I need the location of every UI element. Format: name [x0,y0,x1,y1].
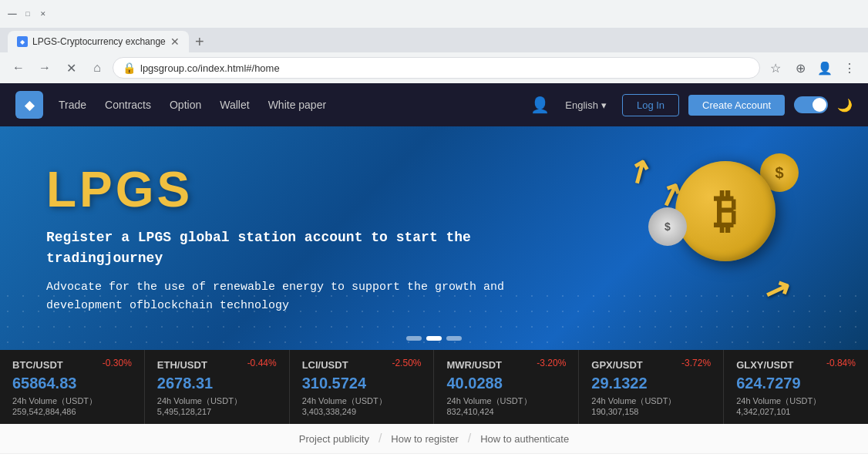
ticker-item-2[interactable]: LCI/USDT -2.50% 310.5724 24h Volume（USDT… [290,350,435,424]
ticker-pair-2: LCI/USDT [302,359,348,371]
market-table: Transaction pairs ⇅ Last Price ⇅ Gain ⇅ … [0,454,868,464]
nav-contracts[interactable]: Contracts [105,99,151,111]
ticker-change-2: -2.50% [392,358,421,368]
home-button[interactable]: ⌂ [86,57,108,79]
slide-dot-1[interactable] [406,336,422,341]
subnav-project[interactable]: Project publicity [299,433,369,445]
language-selector[interactable]: English ▾ [559,96,613,114]
title-bar: ─ □ ✕ [0,0,868,28]
nav-links: Trade Contracts Option Wallet White pape… [59,99,530,111]
ticker-item-0[interactable]: BTC/USDT -0.30% 65864.83 24h Volume（USDT… [0,350,145,424]
nav-option[interactable]: Option [170,99,201,111]
ticker-pair-4: GPX/USDT [591,359,642,371]
nav-right: 👤 English ▾ Log In Create Account 🌙 [530,94,853,116]
toggle-knob [812,98,826,112]
active-tab[interactable]: ◆ LPGS-Cryptocurrency exchange ✕ [8,31,189,52]
ticker-volume-4: 24h Volume（USDT） 190,307,158 [591,395,711,416]
sub-nav: Project publicity / How to register / Ho… [0,424,868,454]
hero-dots-pattern [0,288,868,350]
ticker-change-5: -0.84% [826,358,856,368]
minimize-button[interactable]: ─ [8,9,17,18]
login-button[interactable]: Log In [622,94,679,116]
ticker-volume-3: 24h Volume（USDT） 832,410,424 [446,395,566,416]
forward-button[interactable]: → [34,57,56,79]
url-bar[interactable]: 🔒 lpgsgroup.co/index.html#/home [113,57,760,79]
ticker-volume-1: 24h Volume（USDT） 5,495,128,217 [157,395,277,416]
ticker-item-5[interactable]: GLXY/USDT -0.84% 624.7279 24h Volume（USD… [724,350,868,424]
ticker-change-4: -3.72% [681,358,711,368]
nav-trade[interactable]: Trade [59,99,86,111]
tab-favicon: ◆ [17,36,28,47]
subnav-sep-1: / [378,432,382,446]
close-button[interactable]: ✕ [39,9,48,18]
ticker-bar: BTC/USDT -0.30% 65864.83 24h Volume（USDT… [0,350,868,424]
dark-mode-icon: 🌙 [837,98,853,113]
window-controls: ─ □ ✕ [8,9,48,18]
address-actions: ☆ ⊕ 👤 ⋮ [765,57,860,79]
hero-title: LPGS [46,161,544,218]
refresh-button[interactable]: ✕ [60,57,82,79]
ticker-pair-1: ETH/USDT [157,359,207,371]
subnav-register[interactable]: How to register [391,433,458,445]
app-content: ◆ Trade Contracts Option Wallet White pa… [0,83,868,464]
tab-close-button[interactable]: ✕ [170,35,180,48]
tab-title: LPGS-Cryptocurrency exchange [32,36,166,47]
bookmark-icon[interactable]: ☆ [765,57,786,79]
back-button[interactable]: ← [8,57,29,79]
chevron-down-icon: ▾ [601,99,607,111]
table-header: Transaction pairs ⇅ Last Price ⇅ Gain ⇅ … [0,454,868,464]
small-coin-2: $ [648,207,687,246]
slide-dot-3[interactable] [446,336,462,341]
ticker-price-2: 310.5724 [302,375,422,392]
subnav-authenticate[interactable]: How to authenticate [480,433,569,445]
ticker-change-1: -0.44% [247,358,277,368]
ticker-volume-5: 24h Volume（USDT） 4,342,027,101 [736,395,856,416]
browser-chrome: ─ □ ✕ ◆ LPGS-Cryptocurrency exchange ✕ +… [0,0,868,83]
address-bar: ← → ✕ ⌂ 🔒 lpgsgroup.co/index.html#/home … [0,52,868,83]
ticker-pair-5: GLXY/USDT [736,359,793,371]
language-label: English [565,99,598,111]
ticker-pair-3: MWR/USDT [446,359,502,371]
nav-wallet[interactable]: Wallet [220,99,249,111]
ticker-price-5: 624.7279 [736,375,856,392]
ticker-item-3[interactable]: MWR/USDT -3.20% 40.0288 24h Volume（USDT）… [434,350,579,424]
bitcoin-coin: ₿ [675,161,775,261]
slide-indicators [406,336,462,341]
nav-whitepaper[interactable]: White paper [268,99,326,111]
ticker-item-4[interactable]: GPX/USDT -3.72% 29.1322 24h Volume（USDT）… [579,350,724,424]
ticker-price-4: 29.1322 [591,375,711,392]
new-tab-button[interactable]: + [189,31,210,52]
subnav-sep-2: / [468,432,471,446]
btc-symbol: ₿ [714,185,737,238]
slide-dot-2[interactable] [426,336,442,341]
ticker-change-0: -0.30% [103,358,132,368]
extensions-icon[interactable]: ⊕ [789,57,811,79]
maximize-button[interactable]: □ [23,9,32,18]
user-icon[interactable]: 👤 [530,96,550,114]
logo[interactable]: ◆ [15,91,43,119]
url-text: lpgsgroup.co/index.html#/home [140,62,750,74]
navbar: ◆ Trade Contracts Option Wallet White pa… [0,83,868,126]
logo-icon: ◆ [25,98,34,113]
ticker-price-0: 65864.83 [12,375,132,392]
ticker-price-3: 40.0288 [446,375,566,392]
create-account-button[interactable]: Create Account [688,95,785,116]
ticker-change-3: -3.20% [537,358,566,368]
ticker-volume-2: 24h Volume（USDT） 3,403,338,249 [302,395,422,416]
tab-bar: ◆ LPGS-Cryptocurrency exchange ✕ + [0,28,868,52]
menu-icon[interactable]: ⋮ [839,57,860,79]
account-icon[interactable]: 👤 [814,57,836,79]
ticker-item-1[interactable]: ETH/USDT -0.44% 2678.31 24h Volume（USDT）… [145,350,290,424]
ticker-price-1: 2678.31 [157,375,277,392]
theme-toggle[interactable] [794,96,828,113]
ticker-pair-0: BTC/USDT [12,359,63,371]
hero-subtitle: Register a LPGS global station account t… [46,227,544,269]
hero-banner: LPGS Register a LPGS global station acco… [0,126,868,350]
ticker-volume-0: 24h Volume（USDT） 259,542,884,486 [12,395,132,416]
